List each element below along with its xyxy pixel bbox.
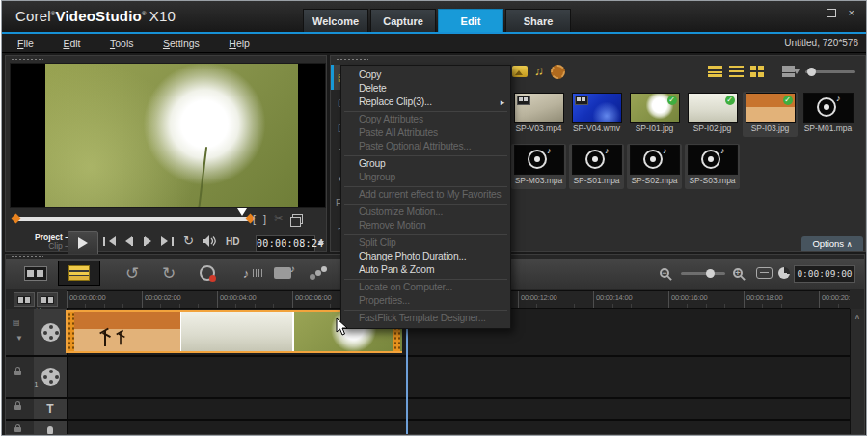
preview-timecode[interactable]: 00:00:08:24 xyxy=(256,235,315,252)
scroll-up-arrow[interactable]: ∧ xyxy=(851,313,864,321)
record-capture-button[interactable] xyxy=(189,261,226,286)
play-button[interactable] xyxy=(68,231,98,256)
mode-tab[interactable]: Edit xyxy=(438,9,503,32)
thumbnail-size-slider[interactable] xyxy=(805,70,855,73)
trim-start-handle[interactable] xyxy=(12,214,21,224)
media-item[interactable]: ✓ SP-M01.mpa xyxy=(800,92,855,137)
media-item-name: SP-S03.mpa xyxy=(685,175,740,186)
go-to-start-button[interactable] xyxy=(102,235,114,247)
panel-grip[interactable] xyxy=(11,255,43,258)
next-frame-button[interactable] xyxy=(143,235,154,247)
context-menu-item: Paste Optional Attributes... xyxy=(341,140,510,153)
menubar-item[interactable]: Tools xyxy=(110,35,134,53)
motion-dots-icon xyxy=(310,266,329,280)
slider-knob[interactable] xyxy=(706,269,715,278)
track-options-icon[interactable]: ▤ xyxy=(13,318,20,327)
track-manager-button-2[interactable] xyxy=(37,292,58,307)
clip-pale-trees[interactable] xyxy=(180,312,293,351)
media-item[interactable]: ✓ SP-M03.mpa xyxy=(511,144,566,189)
enlarge-preview-icon[interactable] xyxy=(292,214,303,224)
hd-preview-toggle[interactable]: HD xyxy=(226,236,239,247)
ripple-edit-icon[interactable] xyxy=(14,405,21,410)
menubar-item[interactable]: Settings xyxy=(163,35,200,53)
minimize-button[interactable]: – xyxy=(807,7,813,18)
menubar-item[interactable]: Help xyxy=(229,35,250,53)
media-item[interactable]: ✓ SP-V03.mp4 xyxy=(511,92,566,137)
redo-button[interactable]: ↻ xyxy=(150,261,187,286)
clip-mode-label[interactable]: Clip – xyxy=(35,242,69,251)
sort-icon[interactable] xyxy=(782,66,795,77)
media-item[interactable]: ✓ SP-S02.mpa xyxy=(627,144,682,189)
mark-in-button[interactable]: [ xyxy=(253,213,256,225)
thumbnail-view-icon[interactable] xyxy=(708,66,722,77)
fit-project-button[interactable] xyxy=(752,261,775,286)
timeline-view-button[interactable] xyxy=(58,261,100,286)
mode-tab[interactable]: Welcome xyxy=(303,9,368,32)
voice-track-button[interactable] xyxy=(34,421,67,434)
video-track-button[interactable] xyxy=(34,309,67,355)
scrubber-playhead[interactable] xyxy=(237,208,247,221)
scrubber-bar[interactable] xyxy=(14,217,252,221)
previous-frame-button[interactable] xyxy=(122,235,134,247)
media-item[interactable]: ✓ SP-I01.jpg xyxy=(627,92,682,137)
timeline-icon xyxy=(68,265,90,281)
auto-music-button[interactable] xyxy=(264,261,301,286)
title-track-button[interactable]: T xyxy=(34,399,67,419)
slider-knob[interactable] xyxy=(807,68,816,76)
track-motion-button[interactable] xyxy=(301,261,338,286)
go-to-end-button[interactable] xyxy=(163,235,175,247)
context-menu-item[interactable]: Auto Pan & Zoom xyxy=(341,263,510,277)
track-dropdown-icon[interactable]: ▼ xyxy=(15,334,23,343)
clip-desert[interactable] xyxy=(68,312,180,351)
show-photos-icon[interactable] xyxy=(512,66,528,77)
overlay-track-button[interactable]: 1 xyxy=(34,357,67,397)
split-clip-icon: ✂ xyxy=(274,212,283,225)
panel-grip[interactable] xyxy=(11,58,43,61)
track-manager-button[interactable] xyxy=(14,292,35,307)
clip-trim-left-handle[interactable] xyxy=(68,312,74,351)
menubar-item[interactable]: Edit xyxy=(63,35,80,53)
library-badge-icon[interactable] xyxy=(551,65,565,79)
ripple-edit-icon[interactable] xyxy=(14,371,21,375)
media-item[interactable]: ✓ SP-S03.mpa xyxy=(685,144,740,189)
context-menu-item[interactable]: Change Photo Duration... xyxy=(341,250,510,263)
filmstrip-icon xyxy=(17,296,31,304)
context-menu-item[interactable]: Delete xyxy=(341,82,510,96)
mode-tab[interactable]: Capture xyxy=(370,9,436,32)
context-menu-item[interactable]: Group xyxy=(341,157,510,171)
zoom-in-button[interactable]: + xyxy=(727,261,748,286)
media-item[interactable]: ✓ SP-I02.jpg xyxy=(685,92,740,137)
context-menu-item[interactable]: Replace Clip(3)...▸ xyxy=(341,96,510,109)
show-audio-icon[interactable]: ♫ xyxy=(534,65,544,78)
maximize-button[interactable] xyxy=(827,9,836,17)
storyboard-icon xyxy=(24,266,47,281)
zoom-out-button[interactable]: − xyxy=(654,261,675,286)
menubar-item[interactable]: File xyxy=(17,35,34,53)
ripple-edit-icon[interactable] xyxy=(14,427,21,432)
sound-mixer-button[interactable]: ♪ xyxy=(228,261,264,286)
timeline-zoom-slider[interactable] xyxy=(681,272,725,275)
mark-out-button[interactable]: ] xyxy=(263,213,266,225)
grid-view-icon[interactable] xyxy=(750,66,764,77)
timeline-timecode[interactable]: 0:00:09:00 xyxy=(794,265,855,283)
timeline-vertical-scrollbar[interactable]: ∧ xyxy=(850,309,864,434)
duration-button[interactable] xyxy=(773,261,795,286)
audio-disc-icon xyxy=(585,150,605,169)
media-item[interactable]: ✓ SP-S01.mpa xyxy=(569,144,624,189)
media-item[interactable]: ✓ SP-I03.jpg xyxy=(743,92,798,137)
list-view-icon[interactable] xyxy=(729,66,744,77)
undo-button[interactable]: ↺ xyxy=(114,261,150,286)
media-item[interactable]: ✓ SP-V04.wmv xyxy=(569,92,624,137)
undo-icon: ↺ xyxy=(125,265,139,282)
context-menu-separator xyxy=(344,279,507,280)
close-button[interactable]: × xyxy=(849,7,854,18)
context-menu-item: Ungroup xyxy=(341,171,510,184)
repeat-button[interactable]: ↻ xyxy=(183,235,194,247)
volume-icon[interactable] xyxy=(203,235,217,247)
mode-tab[interactable]: Share xyxy=(505,9,571,32)
play-icon xyxy=(78,237,94,249)
storyboard-view-button[interactable] xyxy=(17,261,54,286)
context-menu-item[interactable]: Copy xyxy=(341,69,510,82)
timecode-spinner[interactable] xyxy=(317,235,325,250)
options-button[interactable]: Options ∧ xyxy=(801,236,863,251)
